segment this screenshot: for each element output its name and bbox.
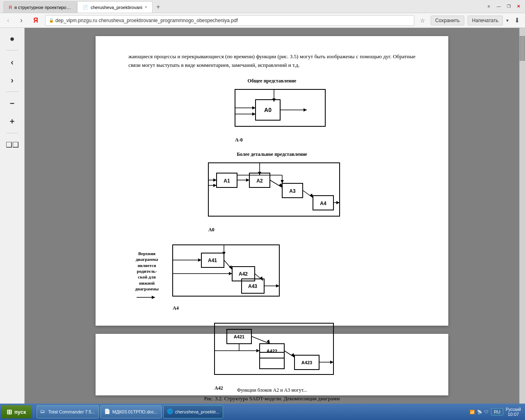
tab-1[interactable]: Я я структурное проектировани [3, 1, 77, 13]
svg-rect-11 [208, 163, 340, 216]
svg-text:A2: A2 [256, 178, 263, 184]
svg-rect-39 [173, 245, 279, 296]
url-input[interactable]: 🔒 dep_vipm.pnzgu.ru cherusheva_proektiro… [45, 15, 414, 26]
taskbar-item-word[interactable]: 📄 МДК03.01ТРПО.doc... [100, 405, 162, 418]
diagram4-svg: A421 A422 [202, 321, 342, 381]
scrollbar-thumb[interactable] [520, 36, 525, 61]
tool-separator-1 [6, 50, 18, 50]
start-icon: ⊞ [7, 408, 12, 416]
window-controls: ≡ — ❐ ✕ [486, 3, 522, 10]
svg-marker-55 [276, 284, 279, 288]
diagram3: Верхняядиаграммаявляетсяродитель-ской дл… [128, 241, 415, 311]
taskbar-label-word: МДК03.01ТРПО.doc... [112, 409, 158, 414]
diagram4: A421 A422 [202, 320, 342, 391]
svg-marker-6 [252, 112, 256, 116]
zoom-in-btn[interactable]: + [5, 114, 20, 129]
svg-text:A3: A3 [289, 188, 296, 194]
svg-text:A423: A423 [301, 360, 312, 365]
svg-line-28 [303, 190, 313, 198]
svg-text:A41: A41 [208, 258, 217, 263]
svg-marker-33 [336, 201, 340, 204]
pages-view-btn[interactable]: ❑❑ [5, 137, 20, 152]
back-button[interactable]: ‹ [3, 16, 13, 25]
favicon-icon: 🔒 [49, 18, 54, 23]
svg-marker-38 [152, 296, 155, 299]
svg-marker-62 [256, 349, 260, 352]
close-button[interactable]: ✕ [515, 3, 522, 10]
svg-line-24 [270, 180, 282, 187]
svg-marker-17 [213, 178, 217, 182]
svg-marker-73 [330, 361, 333, 364]
tray-language[interactable]: RU [491, 408, 503, 415]
taskbar: ⊞ пуск 🗂 Total Commander 7.5... 📄 МДК03.… [0, 404, 525, 420]
tray-antivirus-icon: 🛡 [484, 410, 488, 414]
svg-marker-19 [213, 184, 217, 187]
svg-marker-36 [281, 180, 284, 183]
print-arrow[interactable]: ▾ [506, 18, 509, 23]
diagram3-chart: A41 A42 [169, 241, 283, 311]
circle-tool[interactable]: ● [5, 31, 20, 46]
taskbar-label-pdf: cherusheva_proektir... [175, 409, 219, 414]
tab-2-close[interactable]: × [145, 5, 147, 9]
yandex-logo: Я [30, 16, 42, 25]
taskbar-tray: 📶 📡 🛡 RU Русский 10:07 [467, 407, 523, 417]
taskbar-icon-pdf: 🌐 [167, 409, 173, 415]
diagram3-svg: A41 A42 [169, 243, 283, 302]
svg-marker-4 [252, 106, 256, 110]
save-button[interactable]: Сохранить [431, 16, 464, 25]
pdf-toolbar: ● ‹ › − + ❑❑ [0, 28, 25, 404]
diagram2-bottom-label: A0 [208, 226, 215, 233]
star-icon[interactable]: ☆ [418, 16, 427, 25]
pdf-intro-text: жающиеся процессы и перекрывающиеся (по … [128, 52, 415, 70]
svg-line-64 [251, 336, 270, 344]
pdf-scrollbar[interactable] [519, 28, 525, 404]
next-page-btn[interactable]: › [5, 73, 20, 87]
diagrams-section: Общее представление [128, 78, 415, 391]
taskbar-icon-totalcmd: 🗂 [40, 409, 47, 415]
menu-icon[interactable]: ≡ [486, 3, 492, 10]
diagram1-label: Общее представление [248, 78, 297, 84]
svg-text:A422: A422 [267, 349, 277, 354]
print-button[interactable]: Напечатать [468, 16, 503, 25]
tab-2[interactable]: 📄 cherusheva_proektirovani × [77, 1, 153, 13]
pdf-content-area[interactable]: жающиеся процессы и перекрывающиеся (по … [25, 28, 519, 404]
browser-tabs: Я я структурное проектировани 📄 cherushe… [3, 0, 486, 13]
download-icon[interactable]: ⬇ [512, 16, 522, 25]
browser-main: ● ‹ › − + ❑❑ жающиеся процессы и перекры… [0, 28, 525, 404]
minimize-button[interactable]: — [495, 3, 502, 10]
restore-button[interactable]: ❐ [505, 3, 512, 10]
diagram1: Общее представление [210, 78, 333, 143]
svg-marker-25 [279, 183, 282, 187]
diagram3-parent-text: Верхняядиаграммаявляетсяродитель-ской дл… [128, 251, 165, 292]
svg-text:A4: A4 [320, 201, 326, 206]
pages-icon: ❑❑ [6, 140, 19, 149]
taskbar-item-totalcmd[interactable]: 🗂 Total Commander 7.5... [37, 405, 99, 418]
diagram2-svg: A1 A2 [196, 161, 348, 222]
svg-text:A43: A43 [248, 283, 257, 289]
tray-clock-area: Русский 10:07 [506, 407, 521, 417]
tray-signal-icon: 📡 [477, 410, 482, 414]
pdf-page-main: жающиеся процессы и перекрывающиеся (по … [96, 36, 448, 326]
taskbar-icon-word: 📄 [104, 409, 111, 415]
tool-separator-3 [6, 133, 18, 133]
diagram2-label: Более детальное представление [237, 151, 307, 158]
tray-russian-label: Русский [506, 407, 521, 412]
new-tab-button[interactable]: + [153, 1, 164, 13]
forward-button[interactable]: › [16, 16, 26, 25]
start-label: пуск [14, 409, 26, 415]
diagram4-bottom-label: A42 [215, 384, 223, 391]
taskbar-label-totalcmd: Total Commander 7.5... [48, 409, 95, 414]
address-bar-container: ‹ › Я 🔒 dep_vipm.pnzgu.ru cherusheva_pro… [0, 13, 525, 28]
taskbar-item-pdf[interactable]: 🌐 cherusheva_proektir... [163, 405, 223, 418]
figure-caption: Рис. 3.2. Структура SADT-модели. Декомпо… [128, 395, 415, 402]
diagram1-bottom-label: A-0 [235, 136, 243, 143]
start-button[interactable]: ⊞ пуск [2, 405, 31, 418]
svg-marker-10 [304, 108, 307, 112]
svg-text:A42: A42 [239, 271, 248, 277]
zoom-out-btn[interactable]: − [5, 96, 20, 111]
prev-page-btn[interactable]: ‹ [5, 55, 20, 69]
tab-1-label: я структурное проектировани [14, 5, 72, 10]
tool-separator-2 [6, 91, 18, 92]
svg-marker-57 [229, 272, 232, 275]
tray-time: 10:07 [508, 412, 519, 417]
